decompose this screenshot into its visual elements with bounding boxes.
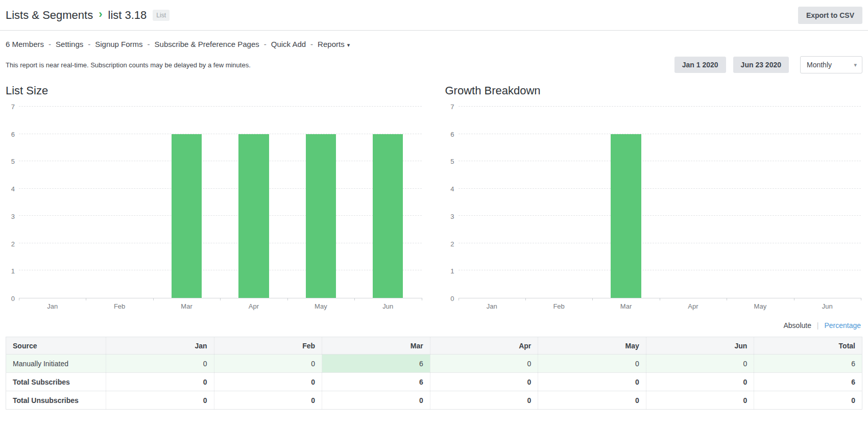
bar-slot-feb	[525, 107, 592, 298]
x-axis-tick-label: Jan	[19, 302, 86, 310]
breadcrumb-lists-segments-link[interactable]: Lists & Segments	[6, 9, 93, 22]
column-header-total: Total	[754, 337, 862, 355]
x-axis-tick	[660, 298, 660, 300]
nav-item-settings[interactable]: Settings	[56, 40, 83, 48]
bars-layer	[19, 107, 422, 298]
cell-jan: 0	[106, 355, 214, 373]
x-axis-tick-label: Mar	[592, 302, 659, 310]
cell-apr: 0	[430, 391, 538, 410]
bars-layer	[459, 107, 861, 298]
bar-slot-may	[727, 107, 793, 298]
y-axis-tick-label: 7	[450, 103, 454, 111]
y-axis-tick-label: 6	[11, 130, 15, 138]
nav-item-subscribe-preference-pages[interactable]: Subscribe & Preference Pages	[155, 40, 259, 48]
x-axis-tick	[525, 298, 526, 300]
nav-separator: -	[88, 40, 90, 48]
y-axis-tick-label: 5	[11, 158, 15, 165]
y-axis-tick-label: 1	[450, 267, 454, 275]
breadcrumb: Lists & Segments › list 3.18 List	[6, 9, 170, 22]
y-axis: 01234567	[6, 107, 19, 298]
growth-breakdown-table: SourceJanFebMarAprMayJunTotal Manually I…	[6, 337, 862, 410]
table-row: Manually Initiated0060006	[6, 355, 862, 373]
x-axis-tick	[153, 298, 154, 300]
growth-breakdown-chart: Growth Breakdown 01234567JanFebMarAprMay…	[445, 83, 861, 310]
column-header-apr: Apr	[430, 337, 538, 355]
cell-jan: 0	[106, 391, 214, 410]
x-axis-tick	[287, 298, 288, 300]
row-label: Manually Initiated	[6, 355, 106, 373]
y-axis-tick-label: 7	[11, 103, 15, 111]
bar-mar	[611, 134, 641, 298]
chevron-down-icon: ▾	[854, 62, 857, 68]
x-axis-tick-label: Jun	[354, 302, 421, 310]
bar-jun	[373, 134, 403, 298]
nav-separator: -	[148, 40, 150, 48]
end-date-button[interactable]: Jun 23 2020	[733, 57, 789, 73]
cell-jun: 0	[646, 355, 754, 373]
x-axis-tick	[592, 298, 593, 300]
cell-apr: 0	[430, 373, 538, 391]
chart-title: List Size	[6, 83, 422, 98]
nav-separator: -	[264, 40, 267, 48]
y-axis-tick-label: 2	[450, 240, 454, 247]
cell-total: 6	[754, 355, 862, 373]
table-row: Total Unsubscribes0000000	[6, 391, 862, 410]
x-axis-tick-label: Jan	[459, 302, 525, 310]
chart-body: 01234567	[6, 107, 422, 298]
toggle-separator: |	[817, 321, 819, 330]
bar-may	[306, 134, 336, 298]
bar-slot-apr	[660, 107, 727, 298]
interval-select[interactable]: Monthly ▾	[800, 56, 862, 73]
date-range-controls: Jan 1 2020 Jun 23 2020 Monthly ▾	[674, 56, 862, 73]
x-axis-labels: JanFebMarAprMayJun	[6, 302, 422, 310]
y-axis-tick-label: 0	[11, 295, 15, 302]
cell-may: 0	[538, 391, 646, 410]
x-axis-tick	[422, 298, 422, 300]
column-header-jan: Jan	[106, 337, 214, 355]
x-axis-tick	[727, 298, 727, 300]
y-axis-tick-label: 5	[450, 158, 454, 165]
cell-jun: 0	[646, 373, 754, 391]
y-axis-tick-label: 6	[450, 130, 454, 138]
list-type-badge: List	[153, 10, 170, 21]
cell-mar: 6	[322, 355, 430, 373]
bar-slot-jan	[459, 107, 525, 298]
x-axis-tick	[19, 298, 19, 300]
bar-slot-jun	[354, 107, 421, 298]
y-axis-tick-label: 0	[450, 295, 454, 302]
y-axis-tick-label: 4	[11, 185, 15, 193]
x-axis-tick-label: Apr	[220, 302, 287, 310]
interval-select-value: Monthly	[807, 61, 832, 69]
cell-feb: 0	[214, 373, 322, 391]
chevron-down-icon: ▾	[347, 42, 350, 48]
nav-item-reports[interactable]: Reports▾	[318, 40, 350, 48]
y-axis-tick-label: 1	[11, 267, 15, 275]
bar-slot-feb	[86, 107, 153, 298]
x-axis-tick-label: Mar	[153, 302, 220, 310]
charts-section: List Size 01234567JanFebMarAprMayJun Gro…	[0, 83, 868, 310]
bar-slot-apr	[220, 107, 287, 298]
bar-slot-mar	[153, 107, 220, 298]
y-axis-tick-label: 3	[450, 212, 454, 220]
nav-item-signup-forms[interactable]: Signup Forms	[95, 40, 142, 48]
nav-item-quick-add[interactable]: Quick Add	[271, 40, 306, 48]
toggle-percentage-link[interactable]: Percentage	[824, 321, 861, 330]
realtime-notice: This report is near real-time. Subscript…	[6, 61, 251, 69]
export-to-csv-button[interactable]: Export to CSV	[798, 7, 862, 24]
page-title: list 3.18	[108, 9, 147, 22]
list-size-chart-plot: 01234567JanFebMarAprMayJun	[6, 107, 422, 310]
start-date-button[interactable]: Jan 1 2020	[674, 57, 726, 73]
y-axis-tick-label: 2	[11, 240, 15, 247]
cell-feb: 0	[214, 355, 322, 373]
page-header: Lists & Segments › list 3.18 List Export…	[0, 0, 868, 31]
bar-slot-may	[287, 107, 354, 298]
cell-jun: 0	[646, 391, 754, 410]
nav-item-members[interactable]: 6 Members	[6, 40, 44, 48]
cell-may: 0	[538, 373, 646, 391]
x-axis-tick-label: Apr	[660, 302, 727, 310]
x-axis-tick	[861, 298, 861, 300]
x-axis-tick-label: Jun	[794, 302, 861, 310]
x-axis-labels: JanFebMarAprMayJun	[445, 302, 861, 310]
y-axis-tick-label: 3	[11, 212, 15, 220]
toggle-absolute[interactable]: Absolute	[783, 321, 811, 330]
